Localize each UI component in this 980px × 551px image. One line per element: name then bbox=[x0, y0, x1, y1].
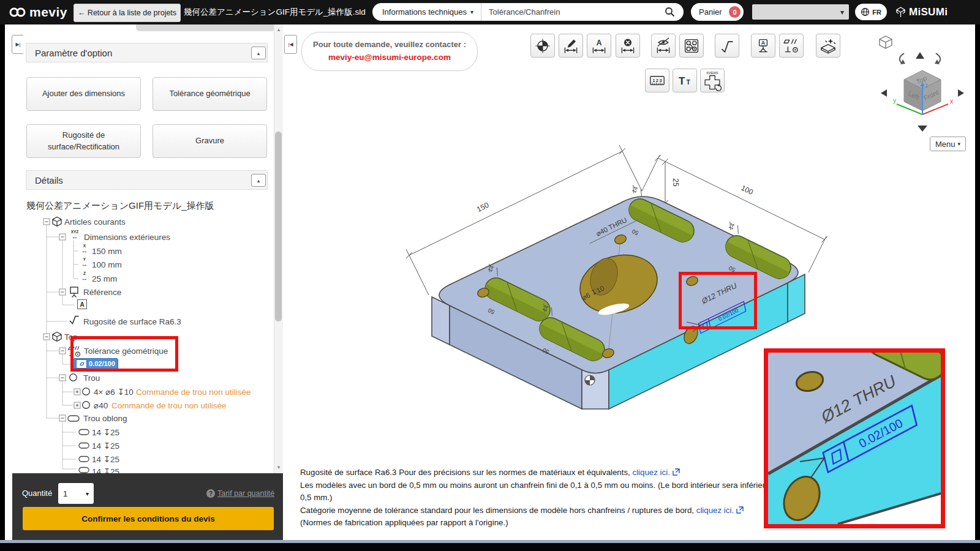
section-header-options: Paramètre d'option bbox=[26, 43, 268, 62]
tree-item-hole-40[interactable]: ⌀40 bbox=[94, 400, 108, 411]
scrolled-button-partial bbox=[136, 24, 276, 31]
svg-text:x: x bbox=[950, 98, 953, 105]
tree-item-slot[interactable]: 14 ↧25 bbox=[92, 427, 119, 438]
datum-a-box[interactable]: A bbox=[77, 299, 87, 309]
roughness-check-icon bbox=[69, 315, 80, 324]
chevron-down-icon: ▾ bbox=[840, 8, 844, 17]
tilt-down-arrow bbox=[918, 126, 927, 132]
tree-item-dim-y[interactable]: 100 mm bbox=[92, 259, 122, 270]
svg-text:y: y bbox=[893, 97, 896, 104]
info-dropdown[interactable]: Informations techniques bbox=[382, 7, 467, 17]
part-cube-icon bbox=[51, 331, 62, 342]
scrollbar-thumb[interactable] bbox=[275, 132, 282, 321]
meviy-logo-icon bbox=[9, 6, 27, 19]
hole-icon bbox=[69, 373, 78, 382]
y-axis-icon: Y↔ bbox=[77, 258, 92, 267]
dim-150-label: 150 bbox=[475, 201, 490, 214]
slot-icon bbox=[78, 455, 89, 463]
language-code: FR bbox=[872, 9, 881, 16]
meviy-logo[interactable]: meviy bbox=[29, 5, 67, 20]
back-to-projects-button[interactable]: ← Retour à la liste de projets bbox=[74, 4, 181, 22]
tree-item-hole-group[interactable]: Trou bbox=[83, 372, 100, 383]
tree-item-slot[interactable]: 14 ↧25 bbox=[92, 454, 119, 465]
quantity-label: Quantité bbox=[22, 489, 52, 498]
scroll-up-arrow[interactable]: ▴ bbox=[275, 26, 282, 33]
hole-icon bbox=[81, 387, 91, 396]
rotate-right-step-arrow bbox=[958, 89, 964, 97]
sidebar-expand-handle[interactable]: ▶| bbox=[12, 35, 24, 54]
help-icon: ? bbox=[206, 489, 215, 498]
cube-outline-icon bbox=[880, 36, 892, 48]
details-header-label: Détails bbox=[35, 175, 63, 186]
tree-item-reference[interactable]: Référence bbox=[83, 287, 121, 298]
surface-roughness-button[interactable]: Rugosité de surface/Rectification bbox=[26, 124, 141, 158]
tree-item-slot[interactable]: 14 ↧25 bbox=[92, 440, 119, 451]
hole-note: Commande de trou non utilisée bbox=[136, 386, 251, 397]
search-icon[interactable] bbox=[665, 7, 675, 17]
part-cube-icon bbox=[51, 216, 62, 227]
left-rail bbox=[5, 24, 24, 541]
svg-text:14: 14 bbox=[727, 222, 736, 231]
slot-icon bbox=[78, 442, 89, 449]
scroll-down-arrow[interactable]: ▾ bbox=[275, 463, 282, 471]
collapse-details-button[interactable]: ▴ bbox=[251, 174, 266, 187]
dim-25-label: 25 bbox=[671, 178, 680, 187]
svg-text:z: z bbox=[925, 82, 928, 89]
zoom-inset-image: Ø12 THRU 0.02/100 bbox=[768, 353, 941, 524]
hole-note: Commande de trou non utilisée bbox=[111, 400, 227, 411]
datum-reference-icon bbox=[69, 286, 80, 298]
slot-icon bbox=[67, 414, 80, 422]
search-input[interactable]: Tolérance/Chanfrein bbox=[489, 7, 665, 17]
tolerance-link[interactable]: cliquez ici. bbox=[696, 506, 734, 515]
datum-target-marker bbox=[585, 375, 595, 385]
cart-button[interactable]: Panier 0 bbox=[691, 3, 744, 21]
collapse-options-button[interactable]: ▴ bbox=[251, 47, 266, 59]
slot-icon bbox=[78, 429, 89, 436]
tilt-up-arrow bbox=[916, 52, 924, 59]
section-header-details: Détails bbox=[26, 170, 268, 190]
view-cube-widget[interactable]: Top Left Front y x z bbox=[870, 34, 968, 133]
xyz-dimensions-icon: XYZ↔ bbox=[67, 230, 82, 239]
add-dimensions-button[interactable]: Ajouter des dimensions bbox=[26, 77, 141, 111]
cart-count-badge: 0 bbox=[729, 6, 741, 18]
chevron-down-icon[interactable]: ▾ bbox=[470, 9, 473, 15]
x-axis-icon: X↔ bbox=[77, 244, 92, 253]
empty-dropdown[interactable]: ▾ bbox=[752, 4, 849, 20]
engraving-button[interactable]: Gravure bbox=[153, 124, 267, 158]
tree-item-articles[interactable]: Articles courants bbox=[64, 216, 126, 227]
svg-text:14: 14 bbox=[630, 186, 639, 194]
app-window: meviy ← Retour à la liste de projets 幾何公… bbox=[0, 0, 980, 551]
top-bar: meviy ← Retour à la liste de projets 幾何公… bbox=[0, 0, 980, 24]
external-link-icon[interactable] bbox=[673, 468, 680, 476]
options-header-label: Paramètre d'option bbox=[35, 48, 112, 58]
bottom-frame bbox=[0, 543, 980, 551]
dim-100-label: 100 bbox=[740, 184, 755, 197]
globe-icon bbox=[861, 7, 870, 17]
tree-item-slot-group[interactable]: Trou oblong bbox=[83, 413, 127, 424]
tree-item-dim-z[interactable]: 25 mm bbox=[92, 273, 117, 284]
misumi-logo-icon bbox=[895, 7, 906, 18]
quantity-select[interactable]: 1 ▾ bbox=[58, 483, 94, 504]
external-link-icon[interactable] bbox=[736, 506, 744, 514]
misumi-brand: MiSUMi bbox=[909, 6, 948, 18]
z-axis-icon: Z↔ bbox=[77, 272, 92, 281]
geometric-tolerance-button[interactable]: Tolérance géométrique bbox=[153, 77, 267, 111]
highlight-box-model bbox=[679, 272, 757, 329]
rotate-left-step-arrow bbox=[881, 89, 887, 97]
highlight-box-tree bbox=[70, 336, 178, 372]
file-name: 幾何公差アニメーションGIF用モデル_操作版.sld bbox=[184, 0, 371, 24]
language-selector[interactable]: FR bbox=[855, 4, 887, 20]
chevron-down-icon: ▾ bbox=[86, 490, 89, 497]
confirm-quote-button[interactable]: Confirmer les conditions du devis bbox=[23, 507, 274, 530]
zoom-inset: Ø12 THRU 0.02/100 bbox=[764, 348, 945, 528]
divider bbox=[481, 3, 481, 21]
tree-item-hole-6[interactable]: 4× ⌀6 ↧10 bbox=[94, 386, 134, 397]
search-bar: Informations techniques ▾ Tolérance/Chan… bbox=[372, 3, 684, 21]
materials-link[interactable]: cliquez ici. bbox=[633, 468, 670, 477]
tariff-link[interactable]: ? Tarif par quantité bbox=[206, 489, 274, 498]
tree-item-roughness[interactable]: Rugosité de surface Ra6.3 bbox=[83, 316, 181, 327]
tree-item-dim-x[interactable]: 150 mm bbox=[92, 246, 122, 257]
hole-icon bbox=[81, 400, 91, 410]
tree-item-dimensions[interactable]: Dimensions extérieures bbox=[84, 231, 170, 242]
cart-label: Panier bbox=[699, 7, 722, 17]
